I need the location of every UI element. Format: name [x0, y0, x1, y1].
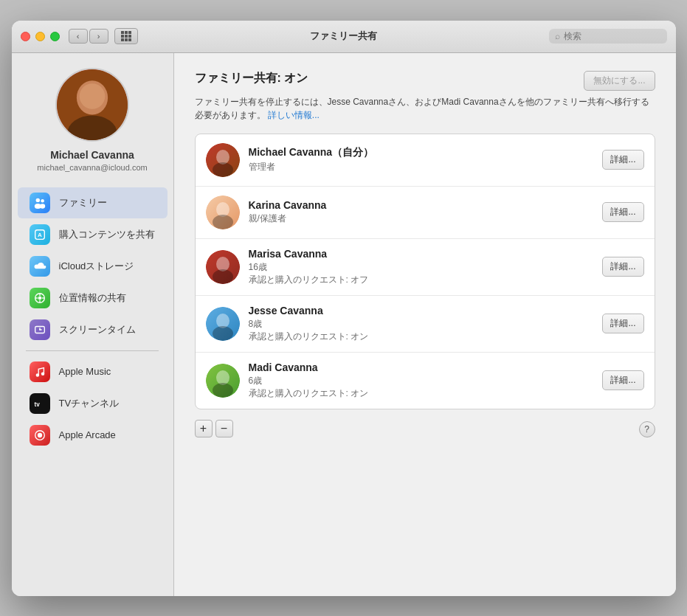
svg-point-31 [213, 215, 233, 229]
sidebar-item-label: ファミリー [59, 196, 107, 210]
user-name: Michael Cavanna [50, 149, 134, 161]
avatar-image [57, 69, 128, 140]
sidebar-item-screentime[interactable]: スクリーンタイム [18, 314, 168, 345]
grid-icon [121, 31, 131, 41]
member-name: Michael Cavanna（自分） [249, 146, 594, 159]
help-button[interactable]: ? [639, 421, 655, 437]
search-box[interactable]: ⌕ [549, 29, 667, 44]
sidebar-divider [26, 350, 159, 351]
description-text: ファミリー共有を停止するには、Jesse Cavannaさん、およびMadi C… [195, 97, 649, 120]
nav-buttons: ‹ › [69, 29, 108, 44]
forward-button[interactable]: › [89, 29, 108, 44]
member-role: 管理者 [249, 161, 594, 173]
maximize-button[interactable] [50, 32, 60, 41]
member-row: Karina Cavanna親/保護者詳細... [196, 187, 655, 239]
titlebar: ‹ › ファミリー共有 ⌕ [12, 21, 676, 53]
disable-button[interactable]: 無効にする... [584, 71, 655, 91]
svg-point-21 [41, 372, 44, 376]
sidebar-item-label: スクリーンタイム [59, 323, 136, 336]
sidebar-item-icloud[interactable]: iCloudストレージ [18, 251, 168, 282]
content-area: Michael Cavanna michael_cavanna@icloud.c… [12, 53, 676, 596]
sidebar-item-arcade[interactable]: Apple Arcade [18, 420, 168, 451]
family-status-title: ファミリー共有: オン [195, 71, 308, 86]
member-avatar [206, 307, 240, 341]
svg-text:A: A [38, 231, 42, 238]
member-row: Michael Cavanna（自分）管理者詳細... [196, 134, 655, 187]
member-info: Jesse Cavanna8歳承認と購入のリクエスト: オン [249, 305, 594, 343]
sidebar-item-family[interactable]: ファミリー [18, 187, 168, 218]
learn-more-link[interactable]: 詳しい情報... [268, 110, 320, 120]
member-name: Karina Cavanna [249, 199, 594, 211]
music-icon [30, 361, 50, 382]
detail-button[interactable]: 詳細... [602, 202, 643, 222]
add-member-button[interactable]: + [195, 420, 213, 437]
sidebar-item-label: TVチャンネル [59, 397, 120, 410]
detail-button[interactable]: 詳細... [602, 150, 643, 170]
close-button[interactable] [21, 32, 30, 41]
svg-point-25 [38, 434, 41, 436]
member-info: Madi Cavanna6歳承認と購入のリクエスト: オン [249, 361, 594, 400]
sidebar-services: Apple Music tv TVチャンネル Apple Arcade [12, 356, 173, 451]
sidebar-item-music[interactable]: Apple Music [18, 356, 168, 387]
main-header: ファミリー共有: オン 無効にする... [195, 71, 655, 91]
svg-point-37 [213, 326, 233, 341]
members-list: Michael Cavanna（自分）管理者詳細... Karina Cavan… [195, 134, 655, 409]
member-info: Marisa Cavanna16歳承認と購入のリクエスト: オフ [249, 248, 594, 286]
member-role: 6歳承認と購入のリクエスト: オン [249, 375, 594, 400]
screentime-icon [30, 319, 50, 340]
member-role: 8歳承認と購入のリクエスト: オン [249, 318, 594, 343]
back-button[interactable]: ‹ [69, 29, 88, 44]
icloud-icon [30, 256, 50, 277]
arcade-icon [30, 425, 50, 446]
member-name: Madi Cavanna [249, 361, 594, 373]
sidebar-item-label: Apple Arcade [59, 429, 116, 440]
member-row: Jesse Cavanna8歳承認と購入のリクエスト: オン詳細... [196, 296, 655, 353]
grid-view-button[interactable] [114, 28, 138, 44]
main-window: ‹ › ファミリー共有 ⌕ [12, 21, 676, 596]
sidebar-item-label: 位置情報の共有 [59, 291, 126, 305]
member-row: Madi Cavanna6歳承認と購入のリクエスト: オン詳細... [196, 353, 655, 409]
tv-icon: tv [30, 393, 50, 414]
search-input[interactable] [564, 31, 661, 41]
sidebar-item-tv[interactable]: tv TVチャンネル [18, 388, 168, 419]
svg-point-3 [80, 83, 106, 109]
svg-point-34 [213, 269, 233, 284]
minimize-button[interactable] [35, 32, 45, 41]
member-row: Marisa Cavanna16歳承認と購入のリクエスト: オフ詳細... [196, 239, 655, 296]
detail-button[interactable]: 詳細... [602, 257, 643, 277]
sidebar-item-label: iCloudストレージ [59, 260, 134, 273]
svg-point-19 [39, 329, 41, 331]
member-avatar [206, 364, 240, 398]
member-info: Michael Cavanna（自分）管理者 [249, 146, 594, 173]
sidebar-item-purchase[interactable]: A 購入コンテンツを共有 [18, 219, 168, 250]
svg-point-5 [41, 199, 44, 203]
main-footer: + − ? [195, 420, 655, 437]
member-role: 16歳承認と購入のリクエスト: オフ [249, 261, 594, 286]
remove-member-button[interactable]: − [215, 420, 233, 437]
member-avatar [206, 195, 240, 229]
member-name: Jesse Cavanna [249, 305, 594, 316]
sidebar-item-location[interactable]: 位置情報の共有 [18, 283, 168, 314]
svg-point-20 [35, 373, 39, 377]
svg-point-28 [213, 162, 233, 177]
user-email: michael_cavanna@icloud.com [37, 163, 147, 172]
location-icon [30, 288, 50, 308]
svg-text:tv: tv [34, 401, 40, 407]
svg-point-11 [38, 296, 41, 300]
sidebar: Michael Cavanna michael_cavanna@icloud.c… [12, 53, 174, 596]
member-name: Marisa Cavanna [249, 248, 594, 260]
svg-point-7 [40, 204, 45, 208]
detail-button[interactable]: 詳細... [602, 314, 643, 333]
search-icon: ⌕ [555, 31, 560, 41]
traffic-lights [21, 32, 60, 41]
member-info: Karina Cavanna親/保護者 [249, 199, 594, 225]
detail-button[interactable]: 詳細... [602, 370, 643, 390]
svg-point-40 [213, 383, 233, 398]
member-role: 親/保護者 [249, 212, 594, 225]
main-content: ファミリー共有: オン 無効にする... ファミリー共有を停止するには、Jess… [174, 53, 676, 596]
purchase-icon: A [30, 224, 50, 245]
member-avatar [206, 143, 240, 177]
svg-point-4 [35, 198, 39, 201]
user-avatar [55, 68, 129, 142]
window-title: ファミリー共有 [310, 30, 377, 43]
